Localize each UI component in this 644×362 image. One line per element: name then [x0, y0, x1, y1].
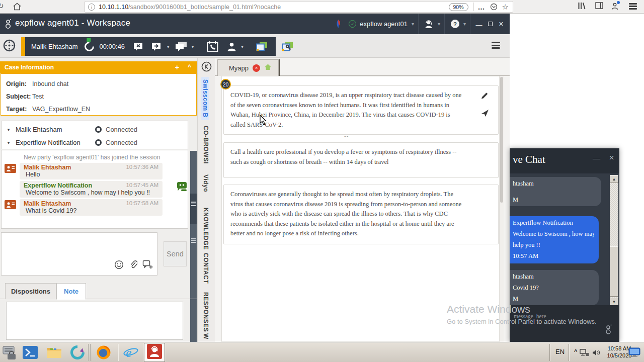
panel-scrollbar-thumb[interactable]	[190, 194, 197, 224]
message-input[interactable]	[1, 232, 157, 276]
chat-scrollbar-thumb[interactable]	[610, 246, 618, 297]
vertical-tab-cobrowse[interactable]: CO-BROWSI	[202, 126, 209, 164]
chevron-down-icon[interactable]: ▾	[412, 21, 414, 27]
main-content-area: Myapp × 20 COVID-19, or coronavirus dise…	[215, 58, 510, 342]
knowledge-card[interactable]: COVID-19, or coronavirus disease 2019, i…	[223, 85, 499, 135]
sidebar-panel-icon[interactable]	[595, 2, 603, 9]
emoji-icon[interactable]	[114, 260, 124, 272]
add-case-icon[interactable]: +	[175, 61, 179, 73]
home-icon[interactable]	[13, 3, 21, 13]
live-chat-input[interactable]: message_here	[510, 305, 619, 342]
tab-myapp[interactable]: Myapp ×	[217, 59, 279, 76]
vertical-tab-web[interactable]: W	[202, 333, 209, 339]
conference-chat-icon[interactable]	[175, 41, 188, 52]
file-explorer-icon[interactable]	[46, 344, 62, 360]
chevron-down-icon[interactable]: ▾	[463, 21, 466, 27]
chevron-down-icon[interactable]: ▾	[438, 21, 440, 27]
cobrowse-icon[interactable]	[256, 41, 268, 52]
home-tab-icon[interactable]	[264, 63, 272, 72]
scroll-up-icon[interactable]: ▲	[610, 175, 618, 183]
vertical-tab-knowledge[interactable]: KNOWLEDGE	[202, 208, 209, 250]
chevron-down-icon[interactable]: ▾	[192, 44, 194, 49]
chat-message: Malik Ehtasham 10:57:58 AM What is Covid…	[20, 199, 163, 216]
profile-icon[interactable]	[611, 2, 619, 10]
url-bar[interactable]: i 10.10.1.10 /sandbox/9001600b1_botloc/s…	[85, 1, 513, 13]
chevron-down-icon[interactable]: ▾	[241, 44, 244, 49]
case-field-value: Test	[32, 90, 44, 103]
agent-ready-icon: ✓	[349, 20, 356, 28]
chevron-down-icon[interactable]: ▾	[2, 127, 16, 132]
workspace-menu-icon[interactable]	[492, 42, 500, 50]
collapse-panel-icon[interactable]	[201, 61, 212, 74]
grip-icon[interactable]	[191, 202, 196, 207]
transfer-chat-icon[interactable]	[151, 42, 163, 52]
chevron-down-icon[interactable]: ▾	[167, 44, 170, 49]
bookmark-star-icon[interactable]: ☆	[502, 3, 509, 12]
minimize-chat-icon[interactable]: —	[593, 154, 600, 163]
interaction-toolbar: Malik Ehtasham 00:00:46 ▾ ▾ ▾	[21, 37, 276, 56]
main-scrollbar-thumb[interactable]	[500, 77, 503, 203]
send-to-chat-icon[interactable]	[480, 109, 489, 121]
panel-scrollbar[interactable]	[190, 151, 197, 342]
maximize-button[interactable]	[485, 20, 496, 28]
knowledge-card[interactable]: Coronaviruses are generally thought to b…	[223, 185, 499, 244]
accent-stripe	[21, 37, 25, 56]
hidden-icons-chevron[interactable]: ^	[574, 348, 577, 354]
note-textarea[interactable]	[6, 302, 183, 340]
vertical-tab-swisscom[interactable]: Swisscom B	[201, 77, 209, 120]
remote-desktop-tray-icon[interactable]	[628, 344, 641, 360]
vertical-tab-contact[interactable]: CONTACT	[202, 253, 209, 284]
powershell-icon[interactable]	[22, 344, 38, 360]
close-button[interactable]: ×	[496, 20, 507, 29]
add-chat-icon[interactable]	[142, 260, 153, 272]
vertical-tab-vidyo[interactable]: Vidyo	[202, 174, 209, 192]
headset-icon[interactable]	[424, 20, 434, 28]
agent-person-icon[interactable]	[226, 42, 237, 51]
tab-note[interactable]: Note	[56, 283, 86, 300]
volume-tray-icon[interactable]	[591, 344, 601, 360]
callback-calendar-icon[interactable]	[207, 41, 218, 52]
end-chat-icon[interactable]	[133, 42, 145, 52]
server-manager-icon[interactable]	[1, 344, 17, 360]
vertical-tab-responses[interactable]: RESPONSES	[202, 292, 209, 332]
network-tray-icon[interactable]	[579, 344, 590, 360]
live-chat-header[interactable]: ve Chat — ×	[510, 148, 619, 173]
participant-row[interactable]: ▾ Expertflow Notification Connected	[2, 136, 188, 149]
agent-status-label[interactable]: expflow agent01	[360, 20, 408, 28]
chat-scrollbar[interactable]: ▲ ▼	[610, 175, 618, 306]
active-app-button[interactable]	[144, 343, 165, 362]
language-indicator[interactable]: EN	[555, 348, 565, 355]
page-actions-icon[interactable]: …	[478, 3, 486, 11]
chat-transcript[interactable]: New party 'expflow agent01' has joined t…	[1, 150, 188, 229]
cobrowse-tools-icon[interactable]	[281, 41, 294, 52]
grip-icon[interactable]	[191, 238, 196, 244]
case-information-header[interactable]: Case Information + ^	[0, 61, 197, 73]
chevron-down-icon[interactable]: ▾	[2, 140, 16, 145]
site-info-icon[interactable]: i	[88, 4, 95, 11]
help-icon[interactable]: ?	[451, 20, 459, 28]
participant-row[interactable]: ▾ Malik Ehtasham Connected	[2, 123, 188, 136]
state-wheel-icon[interactable]	[3, 39, 16, 54]
reload-icon[interactable]: ↻	[0, 2, 4, 11]
internet-explorer-icon[interactable]: e	[123, 344, 139, 360]
firefox-icon[interactable]	[96, 344, 112, 360]
close-chat-icon[interactable]: ×	[609, 152, 614, 163]
browser-menu-icon[interactable]	[629, 3, 637, 11]
knowledge-card[interactable]: Call a health care professional if you d…	[223, 142, 499, 178]
card-text: Call a health care professional if you d…	[230, 147, 463, 167]
close-tab-icon[interactable]: ×	[253, 64, 260, 72]
sync-app-icon[interactable]	[69, 344, 86, 360]
tab-dispositions[interactable]: Dispositions	[5, 283, 56, 299]
minimize-button[interactable]: —	[473, 21, 485, 29]
browser-zoom-badge[interactable]: 90%	[449, 3, 468, 11]
send-button[interactable]: Send	[164, 241, 187, 266]
case-field-origin: Origin: Inbound chat	[6, 78, 196, 90]
library-icon[interactable]	[578, 2, 586, 10]
chat-bubble: htasham M	[510, 177, 601, 206]
collapse-case-icon[interactable]: ^	[188, 61, 191, 73]
scroll-down-icon[interactable]: ▼	[610, 298, 618, 306]
edit-icon[interactable]	[480, 92, 488, 103]
attachment-icon[interactable]	[129, 260, 137, 272]
pocket-icon[interactable]	[490, 3, 498, 11]
main-scrollbar[interactable]	[500, 76, 504, 342]
